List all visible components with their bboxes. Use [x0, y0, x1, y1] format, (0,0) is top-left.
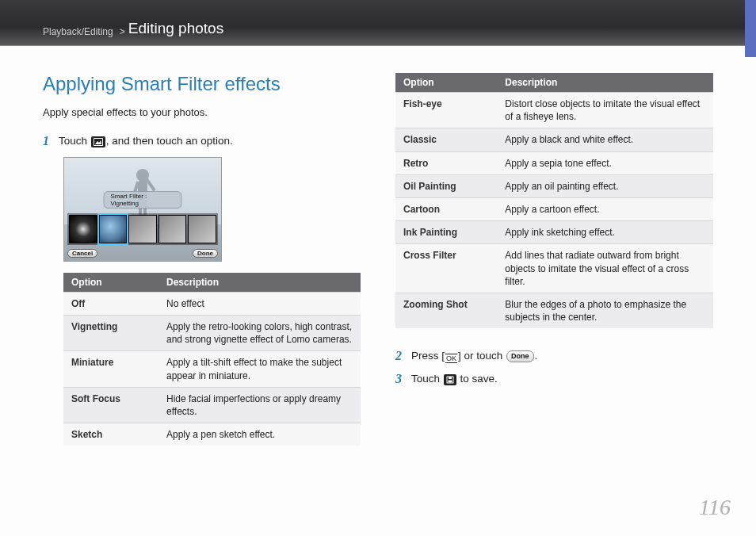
option-description: Apply a pen sketch effect. [158, 423, 361, 446]
image-edit-icon [91, 136, 105, 147]
col-header-description: Description [497, 73, 713, 93]
done-pill-icon: Done [506, 350, 534, 362]
option-name: Vignetting [63, 316, 158, 351]
option-description: Blur the edges of a photo to emphasize t… [497, 293, 713, 328]
filter-label-pill: Smart Filter : Vignetting [104, 191, 182, 209]
step-3: 3 Touch to save. [395, 372, 713, 387]
step-2: 2 Press [OK] or touch Done. [395, 349, 713, 364]
step-2-text-mid: ] or touch [458, 350, 506, 362]
option-name: Sketch [63, 423, 158, 446]
table-row: Soft FocusHide facial imperfections or a… [63, 387, 361, 423]
option-description: Apply a sepia tone effect. [497, 151, 713, 174]
svg-marker-1 [95, 140, 101, 144]
step-3-text-post: to save. [457, 373, 498, 385]
table-row: SketchApply a pen sketch effect. [63, 423, 361, 446]
step-3-number: 3 [395, 372, 405, 386]
cancel-button[interactable]: Cancel [67, 249, 97, 258]
table-row: Zooming ShotBlur the edges of a photo to… [395, 293, 713, 328]
option-name: Off [63, 292, 158, 315]
option-name: Ink Painting [395, 221, 497, 244]
breadcrumb-separator: > [120, 26, 125, 37]
step-2-number: 2 [395, 349, 405, 363]
table-row: Ink PaintingApply ink sketching effect. [395, 221, 713, 244]
option-description: Apply a black and white effect. [497, 128, 713, 151]
option-description: Hide facial imperfections or apply dream… [158, 387, 361, 423]
table-row: OffNo effect [63, 292, 361, 315]
page-title: Applying Smart Filter effects [43, 73, 361, 95]
filter-thumb[interactable] [128, 215, 157, 243]
intro-text: Apply special effects to your photos. [43, 106, 361, 118]
option-name: Cross Filter [395, 244, 497, 293]
save-icon [444, 374, 456, 385]
option-name: Oil Painting [395, 174, 497, 197]
breadcrumb-section: Playback/Editing [43, 26, 113, 37]
option-name: Classic [395, 128, 497, 151]
svg-rect-10 [449, 377, 452, 379]
table-row: Cross FilterAdd lines that radiate outwa… [395, 244, 713, 293]
ok-button-icon: OK [445, 354, 457, 363]
svg-rect-11 [448, 381, 452, 383]
table-row: CartoonApply a cartoon effect. [395, 197, 713, 220]
table-row: RetroApply a sepia tone effect. [395, 151, 713, 174]
filter-thumb[interactable] [69, 215, 97, 243]
option-description: No effect [158, 292, 361, 315]
step-1-number: 1 [43, 134, 52, 148]
option-description: Add lines that radiate outward from brig… [497, 244, 713, 293]
table-row: Oil PaintingApply an oil painting effect… [395, 174, 713, 197]
options-table-right: Option Description Fish-eyeDistort close… [395, 73, 713, 328]
filter-thumb[interactable] [158, 215, 187, 243]
done-button[interactable]: Done [193, 249, 218, 258]
options-table-left: Option Description OffNo effectVignettin… [63, 273, 361, 446]
thumbnail-strip [67, 213, 218, 245]
option-name: Soft Focus [63, 387, 158, 423]
table-row: MiniatureApply a tilt-shift effect to ma… [63, 351, 361, 387]
filter-thumb-selected[interactable] [99, 215, 128, 243]
option-name: Miniature [63, 351, 158, 387]
col-header-description: Description [158, 273, 361, 293]
step-1-text-pre: Touch [59, 135, 90, 147]
camera-screenshot: Smart Filter : Vignetting Cancel Done [63, 157, 222, 262]
table-row: ClassicApply a black and white effect. [395, 128, 713, 151]
step-1-text-post: , and then touch an option. [106, 135, 233, 147]
step-1: 1 Touch , and then touch an option. [43, 134, 361, 149]
breadcrumb-page: Editing photos [128, 20, 223, 37]
filter-thumb[interactable] [188, 215, 216, 243]
breadcrumb-bar: Playback/Editing > Editing photos [0, 0, 756, 46]
option-description: Apply the retro-looking colors, high con… [158, 316, 361, 351]
step-3-text-pre: Touch [411, 373, 443, 385]
option-description: Apply a cartoon effect. [497, 197, 713, 220]
table-row: VignettingApply the retro-looking colors… [63, 316, 361, 351]
option-description: Distort close objects to imitate the vis… [497, 93, 713, 128]
option-description: Apply ink sketching effect. [497, 221, 713, 244]
option-description: Apply an oil painting effect. [497, 174, 713, 197]
option-name: Cartoon [395, 197, 497, 220]
col-header-option: Option [63, 273, 158, 293]
table-row: Fish-eyeDistort close objects to imitate… [395, 93, 713, 128]
step-2-text-post: . [535, 350, 538, 362]
side-color-tab [745, 0, 756, 57]
option-name: Retro [395, 151, 497, 174]
col-header-option: Option [395, 73, 497, 93]
page-number: 116 [699, 495, 731, 520]
option-name: Fish-eye [395, 93, 497, 128]
step-2-text-pre: Press [ [411, 350, 445, 362]
option-name: Zooming Shot [395, 293, 497, 328]
option-description: Apply a tilt-shift effect to make the su… [158, 351, 361, 387]
